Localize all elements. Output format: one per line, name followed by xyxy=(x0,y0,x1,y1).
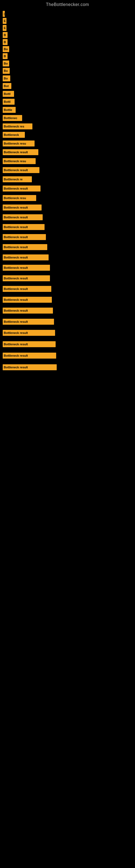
bar-label: B xyxy=(4,40,6,44)
bar-label: Bot xyxy=(4,84,9,88)
bar-row: Bottleneck result xyxy=(3,149,135,155)
bar-item: Bottleneck result xyxy=(3,286,51,292)
bar-item: Bottleneck result xyxy=(3,352,56,359)
bar-label: Bottleneck result xyxy=(4,266,28,269)
bar-row: Bottleneck result xyxy=(3,297,135,303)
bar-item: Bottl xyxy=(3,99,14,105)
bar-item: Bottleneck result xyxy=(3,319,54,325)
bar-item: Bottleneck result xyxy=(3,297,52,303)
bar-label: Bottleneck resu xyxy=(4,196,26,199)
bar-label: Bottleneck result xyxy=(4,309,28,312)
bar-label: Bottleneck result xyxy=(4,331,28,335)
bar-label: Bottle xyxy=(4,108,12,112)
bar-item: Bottlenec xyxy=(3,115,22,121)
bar-row: Bo xyxy=(3,61,135,66)
bar-item: Bottleneck result xyxy=(3,234,46,240)
bar-row: Bottl xyxy=(3,91,135,97)
bar-label: Bottleneck re xyxy=(4,178,23,181)
bar-label: Bottleneck resu xyxy=(4,159,26,163)
bar-row: B xyxy=(3,32,135,38)
bar-row: Bottleneck result xyxy=(3,234,135,240)
bar-item: | xyxy=(3,11,5,17)
bar-item: B xyxy=(3,53,8,59)
bar-row: Bottleneck xyxy=(3,132,135,138)
bar-item: Bottleneck result xyxy=(3,224,45,230)
bar-label: Bottleneck result xyxy=(4,206,28,209)
bar-row: Bottleneck result xyxy=(3,352,135,359)
bar-label: E xyxy=(4,26,6,30)
bar-item: Bottle xyxy=(3,107,16,113)
bar-row: Bo xyxy=(3,46,135,52)
bar-item: Bot xyxy=(3,83,11,89)
bar-item: Bottleneck result xyxy=(3,364,57,370)
bar-item: Bottleneck resu xyxy=(3,195,36,201)
bar-item: Bottleneck result xyxy=(3,330,55,336)
bar-item: Bo xyxy=(3,68,10,74)
bar-label: Bottleneck res xyxy=(4,125,24,128)
bar-row: Bottleneck result xyxy=(3,205,135,211)
bar-item: Bottleneck resu xyxy=(3,158,36,164)
bar-row: Bottleneck res xyxy=(3,123,135,129)
bar-label: Bottleneck result xyxy=(4,151,28,154)
bar-label: Bottleneck result xyxy=(4,246,28,249)
bar-item: Bottleneck resu xyxy=(3,141,35,147)
bar-label: Bottleneck result xyxy=(4,187,28,190)
bar-item: E xyxy=(3,25,6,31)
bar-row: Bottleneck result xyxy=(3,167,135,173)
bar-row: E xyxy=(3,18,135,24)
bar-label: Bottleneck resu xyxy=(4,142,26,145)
bar-label: B xyxy=(4,33,6,37)
bar-label: Bottleneck result xyxy=(4,298,28,301)
bar-item: Bottleneck result xyxy=(3,275,50,281)
bar-label: Bottleneck result xyxy=(4,366,28,369)
bar-row: Bottleneck resu xyxy=(3,195,135,201)
bars-container: |EEBBBoBBoBoBoBotBottlBottlBottleBottlen… xyxy=(0,8,135,376)
bar-label: Bo xyxy=(4,48,8,51)
bar-item: Bottleneck result xyxy=(3,308,53,314)
bar-item: Bottleneck result xyxy=(3,244,47,250)
bar-label: Bottlenec xyxy=(4,116,17,120)
bar-label: Bo xyxy=(4,62,8,65)
bar-label: Bottleneck result xyxy=(4,354,28,357)
bar-label: Bottleneck result xyxy=(4,256,28,259)
bar-row: Bottleneck result xyxy=(3,224,135,230)
bar-label: Bottleneck result xyxy=(4,225,28,229)
bar-row: B xyxy=(3,53,135,59)
bar-item: Bo xyxy=(3,61,9,66)
bar-row: Bottleneck resu xyxy=(3,158,135,164)
bar-item: Bo xyxy=(3,75,10,82)
bar-label: Bottleneck result xyxy=(4,287,28,290)
bar-label: Bottleneck result xyxy=(4,343,28,346)
bar-label: Bottleneck result xyxy=(4,236,28,239)
bar-row: Bottleneck result xyxy=(3,330,135,336)
bar-row: Bottleneck result xyxy=(3,286,135,292)
bar-label: Bottl xyxy=(4,92,10,95)
bar-label: Bottleneck xyxy=(4,133,19,136)
bar-label: Bottleneck result xyxy=(4,216,28,219)
bar-item: Bottleneck xyxy=(3,132,25,138)
bar-row: Bottleneck result xyxy=(3,341,135,347)
bar-item: B xyxy=(3,32,8,38)
bar-label: | xyxy=(4,12,5,16)
site-title: TheBottlenecker.com xyxy=(0,0,135,8)
bar-row: Bo xyxy=(3,68,135,74)
bar-row: Bottleneck result xyxy=(3,364,135,370)
bar-item: Bottleneck res xyxy=(3,123,32,129)
bar-row: Bottleneck result xyxy=(3,186,135,191)
bar-item: Bottleneck re xyxy=(3,176,32,182)
bar-item: Bottleneck result xyxy=(3,149,38,155)
bar-row: Bottleneck result xyxy=(3,275,135,281)
bar-item: Bottl xyxy=(3,91,14,97)
bar-row: Bo xyxy=(3,75,135,82)
bar-item: Bo xyxy=(3,46,9,52)
bar-row: Bottleneck result xyxy=(3,244,135,250)
bar-item: Bottleneck result xyxy=(3,214,43,220)
bar-item: Bottleneck result xyxy=(3,167,39,173)
bar-label: Bo xyxy=(4,77,8,80)
bar-item: Bottleneck result xyxy=(3,341,56,347)
bar-label: Bo xyxy=(4,69,8,72)
bar-row: Bot xyxy=(3,83,135,89)
bar-label: Bottleneck result xyxy=(4,277,28,280)
bar-row: Bottleneck result xyxy=(3,319,135,325)
bar-label: Bottleneck result xyxy=(4,168,28,172)
